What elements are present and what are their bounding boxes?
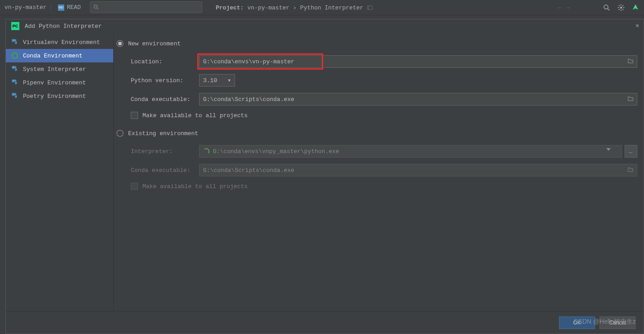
pyversion-value: 3.10 <box>203 77 217 84</box>
checkbox-label: Make available to all projects <box>142 112 248 119</box>
search-input[interactable] <box>90 1 202 13</box>
nav-back-icon[interactable]: ← <box>558 4 561 11</box>
dialog-header: PC Add Python Interpreter ✕ <box>6 19 644 33</box>
svg-point-10 <box>13 80 14 81</box>
dialog-title: Add Python Interpreter <box>25 23 102 30</box>
settings-small-icon[interactable] <box>367 4 373 11</box>
checkbox-icon <box>131 112 138 119</box>
sidebar-item-label: System Interpreter <box>23 66 86 73</box>
sidebar-item-conda[interactable]: Conda Environment <box>6 49 113 62</box>
breadcrumb-project[interactable]: vn-py-master <box>4 4 47 11</box>
sidebar: Virtualenv Environment Conda Environment… <box>6 33 114 311</box>
project-name: vn-py-master <box>247 4 289 11</box>
conda-icon <box>11 52 18 59</box>
svg-line-1 <box>97 8 98 9</box>
gear-icon[interactable] <box>617 4 625 12</box>
search-icon[interactable] <box>603 4 611 12</box>
radio-icon <box>116 130 124 137</box>
svg-rect-2 <box>368 6 373 9</box>
dialog-footer: OK Cancel <box>6 311 644 334</box>
svg-point-0 <box>94 5 97 8</box>
svg-point-7 <box>13 40 14 40</box>
interpreter-dropdown: G:\conda\envs\vnpy_master\python.exe <box>199 145 622 158</box>
checkbox-icon <box>131 183 138 190</box>
top-right-controls: ← → <box>558 0 640 15</box>
chevron-right-icon: 〉 <box>49 4 55 12</box>
python-icon <box>11 39 18 46</box>
sidebar-item-system[interactable]: System Interpreter <box>6 62 113 76</box>
breadcrumb-file[interactable]: READ <box>67 4 81 11</box>
chevron-down-icon: ▾ <box>227 77 231 84</box>
interpreter-label: Interpreter: <box>131 148 199 155</box>
make-available-checkbox-2: Make available to all projects <box>131 183 637 190</box>
make-available-checkbox[interactable]: Make available to all projects <box>131 112 637 119</box>
search-icon <box>93 4 99 10</box>
radio-new-environment[interactable]: New environment <box>116 37 637 50</box>
svg-point-8 <box>12 53 18 58</box>
sidebar-item-label: Virtualenv Environment <box>23 39 100 46</box>
svg-line-5 <box>608 9 609 10</box>
folder-icon[interactable] <box>627 58 634 64</box>
breadcrumb: vn-py-master 〉 MD READ <box>0 4 81 12</box>
main-window-top: vn-py-master 〉 MD READ Project: vn-py-ma… <box>0 0 644 15</box>
close-icon[interactable]: ✕ <box>635 22 639 29</box>
python-icon <box>11 92 18 100</box>
breadcrumb-sep: › <box>293 4 297 11</box>
ok-button[interactable]: OK <box>559 316 595 329</box>
conda-exec-label: Conda executable: <box>131 96 199 103</box>
project-section[interactable]: Python Interpreter <box>300 4 363 11</box>
sidebar-item-label: Conda Environment <box>23 53 83 59</box>
python-icon <box>11 79 18 86</box>
location-input[interactable]: G:\conda\envs\vn-py-master <box>199 55 637 68</box>
chevron-down-icon <box>606 148 611 151</box>
location-label: Location: <box>131 58 199 65</box>
location-value: G:\conda\envs\vn-py-master <box>203 58 294 65</box>
conda-exec-value: G:\conda\Scripts\conda.exe <box>203 96 294 103</box>
svg-point-9 <box>13 67 14 67</box>
sidebar-item-label: Pipenv Environment <box>23 79 86 86</box>
markdown-icon: MD <box>58 4 64 11</box>
sidebar-item-virtualenv[interactable]: Virtualenv Environment <box>6 35 113 49</box>
svg-point-6 <box>620 7 622 9</box>
folder-icon <box>627 167 634 173</box>
sidebar-item-label: Poetry Environment <box>23 93 86 100</box>
conda-exec-label-2: Conda executable: <box>131 167 199 174</box>
cancel-button[interactable]: Cancel <box>600 316 635 329</box>
sidebar-item-poetry[interactable]: Poetry Environment <box>6 89 113 103</box>
svg-point-11 <box>13 94 14 94</box>
radio-existing-environment[interactable]: Existing environment <box>116 127 637 140</box>
content-panel: New environment Location: G:\conda\envs\… <box>114 33 644 311</box>
radio-label: Existing environment <box>128 130 198 137</box>
conda-exec-value-2: G:\conda\Scripts\conda.exe <box>203 167 294 174</box>
pyversion-label: Python version: <box>131 77 199 84</box>
add-interpreter-dialog: PC Add Python Interpreter ✕ Virtualenv E… <box>5 19 644 334</box>
browse-button[interactable]: … <box>625 145 637 158</box>
conda-exec-input[interactable]: G:\conda\Scripts\conda.exe <box>199 93 637 105</box>
conda-exec-input-2: G:\conda\Scripts\conda.exe <box>199 164 637 176</box>
radio-icon <box>116 40 124 47</box>
project-breadcrumb: Project: vn-py-master › Python Interpret… <box>216 0 373 15</box>
python-icon <box>11 66 18 73</box>
pycharm-icon: PC <box>11 22 19 30</box>
spinner-icon <box>203 148 209 154</box>
radio-label: New environment <box>128 40 181 47</box>
folder-icon[interactable] <box>627 96 634 102</box>
space-logo-icon[interactable] <box>631 4 640 12</box>
checkbox-label: Make available to all projects <box>142 183 248 190</box>
sidebar-item-pipenv[interactable]: Pipenv Environment <box>6 76 113 89</box>
svg-point-4 <box>604 5 608 9</box>
project-label: Project: <box>216 4 244 11</box>
nav-forward-icon[interactable]: → <box>566 4 569 11</box>
interpreter-value: G:\conda\envs\vnpy_master\python.exe <box>213 148 339 155</box>
pyversion-dropdown[interactable]: 3.10 ▾ <box>199 74 235 87</box>
